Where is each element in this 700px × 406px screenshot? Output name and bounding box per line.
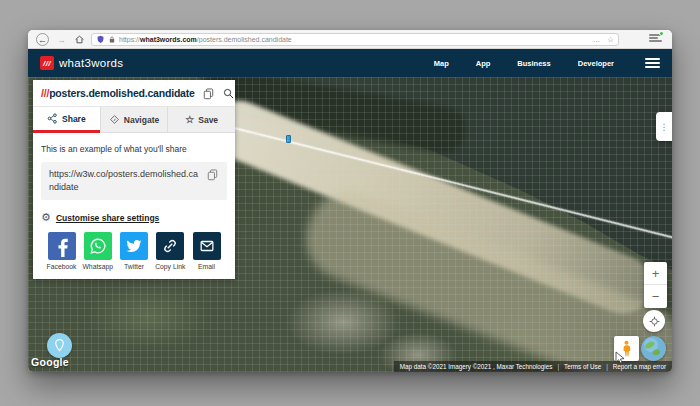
map-data-credit: Map data ©2021 Imagery ©2021 , Maxar Tec… — [400, 363, 553, 370]
map-type-globe-toggle[interactable] — [641, 336, 666, 361]
w3w-address: ///posters.demolished.candidate — [41, 87, 195, 99]
panel-tabs: Share Navigate ☆ Save — [33, 107, 235, 133]
browser-toolbar: ← → https://what3words.com/posters.demol… — [28, 30, 672, 49]
copy-link-icon — [156, 232, 184, 260]
tab-navigate[interactable]: Navigate — [100, 107, 168, 133]
address-searchbar[interactable]: ///posters.demolished.candidate — [33, 80, 235, 107]
extension-icon[interactable] — [649, 34, 662, 45]
report-map-error-link[interactable]: Report a map error — [613, 363, 666, 370]
w3w-slashes-icon: /// — [40, 56, 54, 70]
share-twitter-button[interactable]: Twitter — [119, 232, 150, 270]
tracking-shield-icon[interactable] — [96, 35, 105, 44]
share-tab-content: This is an example of what you'll share … — [33, 133, 235, 279]
share-facebook-button[interactable]: Facebook — [46, 232, 77, 270]
zoom-out-button[interactable]: − — [644, 285, 667, 308]
zoom-control: + − — [644, 262, 667, 308]
share-icon — [47, 113, 58, 124]
customise-share-settings[interactable]: ⚙ Customise share settings — [41, 212, 227, 223]
copy-address-icon[interactable] — [202, 87, 215, 100]
google-logo: Google — [31, 356, 69, 368]
attribution-separator: | — [557, 363, 559, 370]
locate-me-button[interactable] — [643, 310, 665, 332]
twitter-icon — [120, 232, 148, 260]
share-example-text: This is an example of what you'll share — [41, 144, 227, 154]
panel-more-options-button[interactable]: ⋮ — [656, 112, 672, 141]
whatsapp-icon — [84, 232, 112, 260]
share-email-button[interactable]: Email — [191, 232, 222, 270]
browser-forward-button[interactable]: → — [55, 33, 68, 46]
save-star-icon: ☆ — [185, 115, 194, 125]
browser-back-button[interactable]: ← — [36, 33, 49, 46]
map-attribution-bar: Map data ©2021 Imagery ©2021 , Maxar Tec… — [394, 361, 672, 372]
gear-icon: ⚙ — [41, 212, 51, 223]
logo-text: what3words — [59, 57, 123, 69]
menu-hamburger-icon[interactable] — [645, 58, 660, 68]
url-bar[interactable]: https://what3words.com/posters.demolishe… — [91, 33, 619, 46]
attribution-separator: | — [606, 363, 608, 370]
nav-item-developer[interactable]: Developer — [578, 59, 614, 68]
share-url: https://w3w.co/posters.demolished.candid… — [49, 168, 199, 194]
satellite-map[interactable]: ///posters.demolished.candidate Share Na… — [28, 77, 672, 372]
tab-save[interactable]: ☆ Save — [167, 107, 235, 133]
navigate-icon — [109, 114, 120, 125]
nav-item-map[interactable]: Map — [434, 59, 449, 68]
home-icon[interactable] — [73, 33, 86, 46]
bookmark-star-icon[interactable]: ☆ — [607, 35, 614, 44]
search-icon[interactable] — [222, 87, 235, 100]
url-text: https://what3words.com/posters.demolishe… — [119, 36, 590, 43]
zoom-in-button[interactable]: + — [644, 262, 667, 285]
browser-window: ← → https://what3words.com/posters.demol… — [28, 30, 672, 372]
customise-share-link[interactable]: Customise share settings — [56, 213, 159, 223]
site-header: /// what3words Map App Business Develope… — [28, 49, 672, 77]
nav-item-business[interactable]: Business — [517, 59, 550, 68]
selected-square-marker — [286, 135, 291, 143]
terms-of-use-link[interactable]: Terms of Use — [564, 363, 601, 370]
pegman-streetview-control[interactable] — [614, 336, 639, 361]
nav-item-app[interactable]: App — [476, 59, 491, 68]
share-copy-link-button[interactable]: Copy Link — [155, 232, 186, 270]
main-nav: Map App Business Developer — [434, 58, 660, 68]
extension-badge — [659, 31, 664, 36]
share-url-box: https://w3w.co/posters.demolished.candid… — [41, 162, 227, 200]
lock-icon — [108, 35, 116, 44]
what3words-logo[interactable]: /// what3words — [40, 56, 123, 70]
share-buttons-row: Facebook Whatsapp Twitter — [41, 232, 227, 270]
page-actions-icon[interactable]: … — [593, 35, 601, 44]
tab-share[interactable]: Share — [33, 107, 100, 133]
email-icon — [193, 232, 221, 260]
share-whatsapp-button[interactable]: Whatsapp — [82, 232, 113, 270]
facebook-icon — [48, 232, 76, 260]
copy-share-url-icon[interactable] — [206, 168, 219, 181]
share-panel: ///posters.demolished.candidate Share Na… — [33, 80, 235, 279]
google-pin-icon[interactable] — [47, 333, 72, 358]
